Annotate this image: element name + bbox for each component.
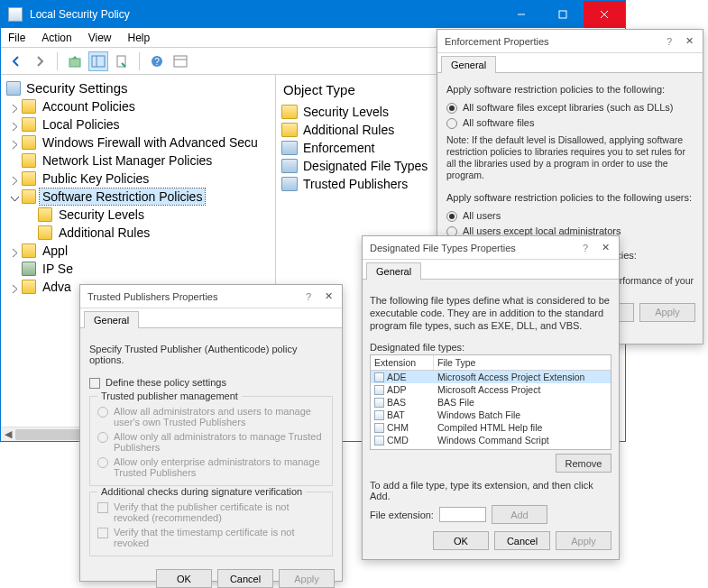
folder-icon bbox=[22, 117, 36, 132]
intro-text: The following file types define what is … bbox=[370, 295, 611, 332]
table-row[interactable]: ADPMicrosoft Access Project bbox=[371, 383, 611, 396]
caret-right-icon[interactable] bbox=[10, 120, 20, 130]
caret-down-icon[interactable] bbox=[10, 192, 20, 202]
up-button[interactable] bbox=[65, 51, 85, 71]
show-hide-tree-button[interactable] bbox=[88, 51, 108, 71]
dialog-title: Designated File Types Properties bbox=[370, 243, 516, 253]
tree-app[interactable]: Appl bbox=[3, 242, 275, 260]
add-instruction: To add a file type, type its extension, … bbox=[370, 480, 611, 501]
extension-input[interactable] bbox=[439, 507, 486, 522]
tree-network-list[interactable]: Network List Manager Policies bbox=[3, 152, 275, 170]
folder-icon bbox=[22, 171, 36, 186]
designated-file-types-dialog: Designated File Types Properties ? ✕ Gen… bbox=[362, 235, 620, 560]
cancel-button[interactable]: Cancel bbox=[494, 531, 550, 550]
apply-button[interactable]: Apply bbox=[639, 303, 695, 322]
check-publisher-cert[interactable]: Verify that the publisher certificate is… bbox=[97, 500, 325, 525]
folder-icon bbox=[38, 225, 52, 240]
radio-all-users[interactable]: All users bbox=[446, 208, 694, 224]
dialog-titlebar[interactable]: Trusted Publishers Properties ? ✕ bbox=[80, 285, 342, 308]
caret-right-icon[interactable] bbox=[10, 246, 20, 256]
radio-dot-icon bbox=[446, 211, 457, 222]
apply-button[interactable]: Apply bbox=[556, 531, 611, 550]
dialog-help-button[interactable]: ? bbox=[583, 243, 588, 253]
remove-button[interactable]: Remove bbox=[556, 454, 611, 473]
tree-ipsec[interactable]: IP Se bbox=[3, 260, 275, 278]
cancel-button[interactable]: Cancel bbox=[217, 569, 273, 588]
apply-files-text: Apply software restriction policies to t… bbox=[446, 84, 694, 96]
tree-public-key[interactable]: Public Key Policies bbox=[3, 170, 275, 188]
tree-root[interactable]: Security Settings bbox=[3, 78, 275, 97]
tab-general[interactable]: General bbox=[84, 311, 139, 328]
svg-rect-7 bbox=[69, 59, 80, 67]
dialog-title: Enforcement Properties bbox=[445, 36, 549, 47]
menu-file[interactable]: File bbox=[8, 32, 25, 44]
add-button[interactable]: Add bbox=[492, 505, 547, 524]
ok-button[interactable]: OK bbox=[433, 531, 489, 550]
apply-button[interactable]: Apply bbox=[279, 569, 335, 588]
policy-icon bbox=[281, 177, 298, 191]
tree-account-policies[interactable]: Account Policies bbox=[3, 97, 275, 115]
note-text: Note: If the default level is Disallowed… bbox=[446, 134, 694, 182]
caret-right-icon[interactable] bbox=[10, 138, 20, 148]
back-button[interactable] bbox=[6, 51, 26, 71]
radio-except-libraries[interactable]: All software files except libraries (suc… bbox=[446, 100, 694, 115]
caret-right-icon[interactable] bbox=[10, 102, 20, 112]
forward-button[interactable] bbox=[30, 51, 50, 71]
tree-software-restriction[interactable]: Software Restriction Policies bbox=[3, 188, 275, 206]
file-icon bbox=[374, 436, 384, 446]
radio-dot-icon bbox=[97, 457, 108, 468]
table-row[interactable]: CMDWindows Command Script bbox=[371, 434, 611, 446]
check-define-policy[interactable]: Define these policy settings bbox=[89, 375, 333, 390]
file-icon bbox=[374, 385, 384, 395]
dialog-titlebar[interactable]: Designated File Types Properties ? ✕ bbox=[363, 236, 619, 260]
group-trusted-publisher-management: Trusted publisher management Allow all a… bbox=[89, 396, 333, 486]
tab-general[interactable]: General bbox=[366, 262, 421, 280]
col-filetype[interactable]: File Type bbox=[434, 355, 611, 370]
check-timestamp-cert[interactable]: Verify that the timestamp certificate is… bbox=[97, 525, 325, 550]
tree-windows-firewall[interactable]: Windows Firewall with Advanced Secu bbox=[3, 133, 275, 152]
maximize-button[interactable] bbox=[542, 1, 584, 28]
radio-all-software[interactable]: All software files bbox=[446, 115, 694, 131]
radio-dot-icon bbox=[446, 118, 457, 129]
file-types-list[interactable]: Extension File Type ADEMicrosoft Access … bbox=[370, 354, 611, 450]
table-row[interactable]: BASBAS File bbox=[371, 396, 611, 409]
tab-general[interactable]: General bbox=[441, 56, 496, 73]
folder-icon bbox=[22, 189, 36, 204]
tree-security-levels[interactable]: Security Levels bbox=[3, 206, 275, 224]
help-button[interactable]: ? bbox=[147, 51, 167, 71]
radio-all-admins-users[interactable]: Allow all administrators and users to ma… bbox=[97, 404, 325, 429]
tree-additional-rules[interactable]: Additional Rules bbox=[3, 224, 275, 242]
menu-help[interactable]: Help bbox=[128, 32, 151, 44]
file-icon bbox=[374, 410, 384, 420]
dialog-help-button[interactable]: ? bbox=[306, 291, 311, 302]
folder-icon bbox=[22, 153, 36, 168]
scroll-left-button[interactable]: ◀ bbox=[1, 427, 15, 442]
dialog-close-button[interactable]: ✕ bbox=[597, 242, 613, 253]
dialog-titlebar[interactable]: Enforcement Properties ? ✕ bbox=[437, 30, 703, 53]
dialog-help-button[interactable]: ? bbox=[667, 36, 672, 47]
caret-right-icon[interactable] bbox=[10, 174, 20, 184]
dialog-close-button[interactable]: ✕ bbox=[681, 35, 697, 47]
col-extension[interactable]: Extension bbox=[371, 355, 434, 370]
table-row[interactable]: CHMCompiled HTML Help file bbox=[371, 421, 611, 434]
tree-local-policies[interactable]: Local Policies bbox=[3, 115, 275, 133]
refresh-button[interactable] bbox=[170, 51, 190, 71]
close-button[interactable] bbox=[584, 1, 625, 28]
caret-right-icon[interactable] bbox=[10, 282, 20, 292]
svg-rect-4 bbox=[559, 11, 566, 18]
table-row[interactable]: BATWindows Batch File bbox=[371, 409, 611, 421]
menu-action[interactable]: Action bbox=[41, 32, 71, 44]
extension-label: File extension: bbox=[370, 510, 434, 520]
ok-button[interactable]: OK bbox=[156, 569, 212, 588]
dialog-close-button[interactable]: ✕ bbox=[320, 290, 336, 302]
radio-only-enterprise[interactable]: Allow only enterprise administrators to … bbox=[97, 455, 325, 480]
menu-view[interactable]: View bbox=[88, 32, 112, 44]
radio-only-admins[interactable]: Allow only all administrators to manage … bbox=[97, 429, 325, 455]
table-row[interactable]: ADEMicrosoft Access Project Extension bbox=[371, 371, 611, 383]
titlebar[interactable]: Local Security Policy bbox=[1, 1, 625, 28]
list-label: Designated file types: bbox=[370, 342, 611, 353]
minimize-button[interactable] bbox=[501, 1, 542, 28]
export-list-button[interactable] bbox=[112, 51, 132, 71]
window-title: Local Security Policy bbox=[30, 8, 130, 21]
apply-users-text: Apply software restriction policies to t… bbox=[446, 192, 694, 205]
